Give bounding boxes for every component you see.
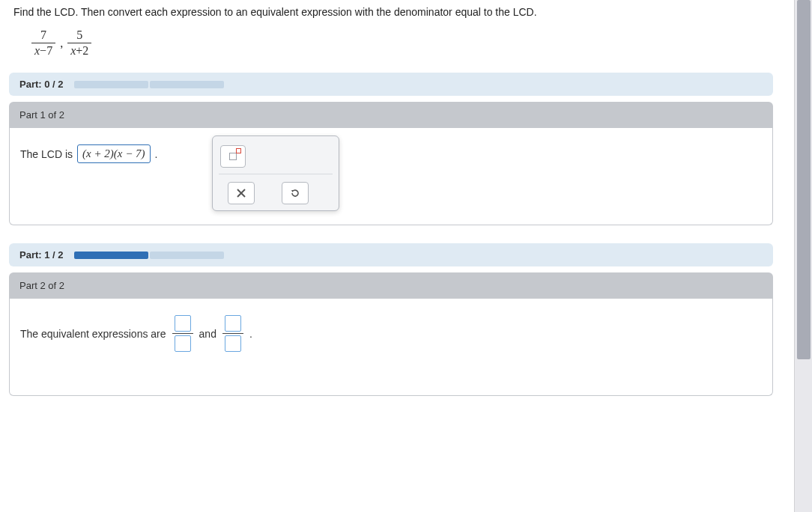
progress-label: Part: 0 / 2 — [19, 79, 64, 90]
question-text: Find the LCD. Then convert each expressi… — [13, 6, 773, 18]
fraction-input-2-num[interactable] — [225, 315, 241, 332]
reset-button[interactable] — [282, 182, 309, 204]
fraction-1: 7 x−7 — [31, 28, 55, 58]
op: + — [76, 44, 82, 57]
fraction-input-2-den[interactable] — [225, 335, 241, 352]
progress-track-0 — [74, 81, 224, 88]
undo-icon — [289, 187, 301, 199]
exponent-base-icon — [229, 153, 237, 160]
and-text: and — [199, 328, 216, 340]
fraction-2-den: x+2 — [67, 43, 91, 58]
const: 7 — [46, 44, 52, 57]
progress-label: Part: 1 / 2 — [19, 249, 64, 260]
lcd-answer-input[interactable]: (x + 2)(x − 7) — [77, 144, 151, 163]
fraction-2: 5 x+2 — [67, 28, 91, 58]
period: . — [155, 148, 158, 160]
fraction-1-den: x−7 — [31, 43, 55, 58]
clear-button[interactable] — [228, 182, 255, 204]
part-2-header: Part 2 of 2 — [9, 272, 773, 299]
lcd-prefix: The LCD is — [20, 148, 73, 160]
scrollbar-thumb[interactable] — [797, 0, 811, 359]
equiv-prefix: The equivalent expressions are — [20, 328, 166, 340]
exponent-template-button[interactable] — [220, 145, 246, 168]
fraction-input-1-den[interactable] — [175, 335, 191, 352]
progress-bar-1: Part: 1 / 2 — [9, 243, 773, 266]
part-1-header: Part 1 of 2 — [9, 102, 773, 128]
period: . — [249, 328, 252, 340]
part-2-body: The equivalent expressions are and . — [9, 299, 773, 396]
fraction-2-num: 5 — [73, 28, 85, 43]
fraction-input-2[interactable] — [222, 315, 243, 352]
math-tool-popup — [212, 135, 339, 211]
fraction-line — [172, 333, 193, 334]
fraction-line — [222, 333, 243, 334]
fraction-input-1[interactable] — [172, 315, 193, 352]
close-icon — [236, 188, 246, 198]
scrollbar-track[interactable] — [794, 0, 812, 512]
progress-track-1 — [74, 252, 224, 259]
const: 2 — [82, 44, 88, 57]
progress-seg — [74, 81, 148, 88]
exponent-sup-icon — [236, 148, 241, 153]
progress-seg — [150, 252, 224, 259]
progress-seg — [150, 81, 224, 88]
fraction-separator: , — [60, 37, 63, 50]
op: − — [40, 44, 46, 57]
progress-bar-0: Part: 0 / 2 — [9, 73, 773, 96]
part-1-body: The LCD is (x + 2)(x − 7) . — [9, 128, 773, 225]
fraction-input-1-num[interactable] — [175, 315, 191, 332]
fraction-1-num: 7 — [37, 28, 49, 43]
fraction-display: 7 x−7 , 5 x+2 — [31, 28, 773, 58]
progress-seg — [74, 252, 148, 259]
